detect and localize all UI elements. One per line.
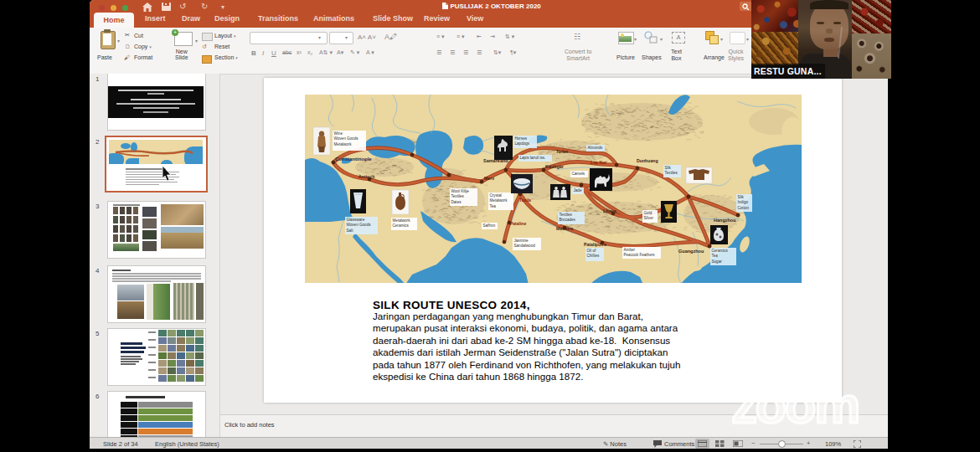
svg-text:Camels: Camels (572, 172, 585, 176)
svg-text:Metalwork: Metalwork (393, 218, 411, 223)
svg-text:Sandalwood: Sandalwood (514, 244, 536, 248)
svg-text:Tea: Tea (490, 204, 497, 208)
svg-text:Gold: Gold (644, 211, 652, 215)
svg-text:Dunhuang: Dunhuang (637, 158, 658, 163)
svg-text:Jade: Jade (574, 188, 582, 193)
svg-text:Peacock Feathers: Peacock Feathers (624, 253, 656, 257)
svg-text:Lhasa: Lhasa (603, 208, 617, 213)
svg-text:Silver: Silver (644, 216, 654, 220)
svg-text:Silk: Silk (665, 166, 672, 170)
svg-text:Indigo: Indigo (738, 200, 749, 204)
svg-text:Textiles: Textiles (560, 213, 573, 217)
svg-text:Hangzhou: Hangzhou (714, 218, 736, 223)
svg-text:Horses: Horses (515, 136, 528, 141)
svg-text:Salt: Salt (347, 229, 354, 233)
svg-text:Wine: Wine (334, 131, 343, 136)
svg-text:Mathura: Mathura (556, 226, 573, 231)
svg-text:Woven Goods: Woven Goods (347, 223, 372, 227)
svg-text:Glassware: Glassware (347, 218, 365, 222)
svg-text:Brocades: Brocades (560, 218, 576, 222)
svg-text:Merv: Merv (484, 176, 494, 181)
svg-text:Pataline: Pataline (510, 221, 526, 226)
svg-text:Textiles: Textiles (665, 171, 678, 175)
svg-text:Ceramics: Ceramics (712, 249, 729, 253)
svg-text:Cotton: Cotton (738, 206, 750, 210)
svg-text:Tea: Tea (712, 254, 719, 258)
svg-text:Textiles: Textiles (451, 194, 465, 198)
svg-text:Turfan: Turfan (556, 150, 568, 154)
svg-text:Sugar: Sugar (712, 259, 723, 264)
svg-text:Pataliputra: Pataliputra (584, 242, 606, 247)
svg-text:Silk: Silk (738, 195, 745, 199)
svg-text:Antioch: Antioch (358, 174, 374, 179)
svg-text:Constantinople: Constantinople (335, 157, 372, 162)
svg-text:Jasmine: Jasmine (514, 239, 529, 243)
svg-text:Metalwork: Metalwork (490, 198, 508, 203)
svg-text:Chillies: Chillies (587, 254, 601, 258)
svg-text:Taxila: Taxila (519, 198, 531, 203)
svg-text:Guangzhou: Guangzhou (678, 249, 704, 254)
svg-text:Saffron: Saffron (483, 223, 496, 228)
svg-text:Wool Kilije: Wool Kilije (451, 189, 470, 193)
svg-text:Lapis lazuli iss.: Lapis lazuli iss. (520, 156, 546, 160)
svg-text:Woven Goods: Woven Goods (334, 136, 359, 141)
svg-text:Ceramics: Ceramics (393, 223, 410, 228)
svg-text:Lapdogs: Lapdogs (515, 141, 530, 146)
svg-text:Kashgar: Kashgar (545, 164, 565, 169)
svg-text:Oil of: Oil of (587, 249, 596, 253)
svg-text:Almonds: Almonds (588, 146, 604, 150)
svg-text:Dates: Dates (451, 200, 462, 204)
svg-text:Crystal: Crystal (490, 193, 502, 198)
svg-text:Lop Nur: Lop Nur (591, 160, 606, 165)
svg-text:Metalwork: Metalwork (334, 142, 353, 146)
svg-text:Amber: Amber (624, 248, 636, 252)
